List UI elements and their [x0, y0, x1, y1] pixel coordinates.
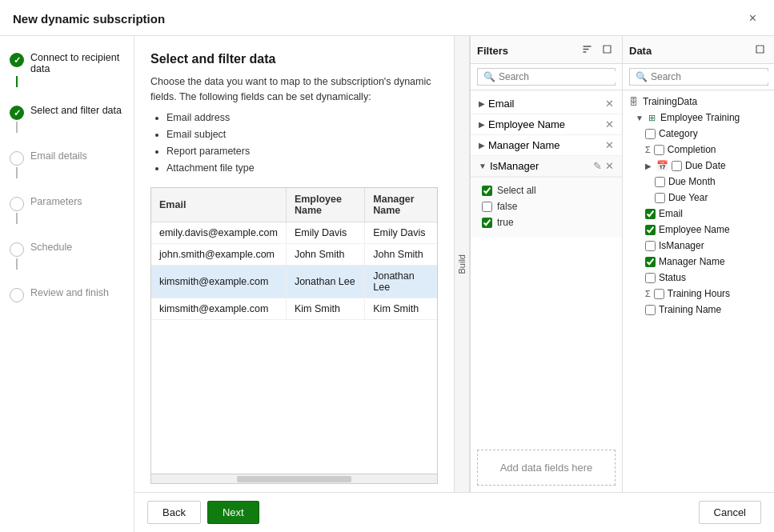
filter-item-mgr[interactable]: ▶ Manager Name ✕: [471, 135, 622, 156]
filter-remove-empname[interactable]: ✕: [605, 118, 614, 130]
wizard-step-select: ✓ Select and filter data: [10, 105, 122, 120]
cell-email-1: emily.davis@example.com: [151, 222, 286, 243]
tree-node-ismanager[interactable]: IsManager: [623, 238, 774, 254]
data-search-box: 🔍: [623, 64, 774, 90]
filter-remove-ismanager[interactable]: ✕: [605, 160, 614, 172]
tree-label-trainingdata: TrainingData: [643, 96, 697, 107]
filters-expand-button[interactable]: [599, 42, 616, 58]
filter-label-ismanager: IsManager: [490, 160, 539, 172]
checkbox-true-input[interactable]: [482, 218, 492, 228]
filter-item-ismanager-header[interactable]: ▼ IsManager ✎ ✕: [471, 156, 622, 177]
table-icon: ⊞: [648, 113, 656, 123]
tree-node-empname[interactable]: Employee Name: [623, 222, 774, 238]
tree-checkbox-empname[interactable]: [645, 225, 656, 235]
back-button[interactable]: Back: [147, 501, 201, 524]
tree-checkbox-status[interactable]: [645, 273, 656, 283]
filter-remove-email[interactable]: ✕: [605, 98, 614, 110]
cell-email-2: john.smith@example.com: [151, 243, 286, 265]
db-icon: 🗄: [629, 97, 638, 106]
table-row[interactable]: emily.davis@example.com Emily Davis Emil…: [151, 222, 437, 243]
chevron-right-icon: ▶: [645, 162, 652, 170]
left-panel: Select and filter data Choose the data y…: [134, 36, 454, 492]
checkbox-true[interactable]: true: [479, 214, 614, 230]
checkbox-select-all-label[interactable]: Select all: [497, 185, 536, 196]
checkbox-select-all[interactable]: Select all: [479, 182, 614, 198]
table-scrollbar[interactable]: [150, 474, 438, 484]
tree-node-emptraining[interactable]: ▼ ⊞ Employee Training: [623, 110, 774, 126]
tree-label-duemonth: Due Month: [668, 176, 716, 187]
filter-item-email[interactable]: ▶ Email ✕: [471, 94, 622, 114]
checkbox-select-all-input[interactable]: [482, 186, 492, 196]
add-data-fields-area[interactable]: Add data fields here: [477, 450, 616, 486]
table-row[interactable]: john.smith@example.com John Smith John S…: [151, 243, 437, 265]
tree-node-email[interactable]: Email: [623, 206, 774, 222]
close-button[interactable]: ×: [744, 10, 761, 27]
tree-node-status[interactable]: Status: [623, 270, 774, 286]
step-label-select: Select and filter data: [30, 105, 122, 116]
footer-left: Back Next: [147, 501, 259, 524]
cell-name-3: Jonathan Lee: [286, 265, 364, 298]
cancel-button[interactable]: Cancel: [699, 501, 761, 524]
tree-node-trainingdata[interactable]: 🗄 TrainingData: [623, 94, 774, 110]
build-label: Build: [457, 254, 467, 274]
tree-node-mgr[interactable]: Manager Name: [623, 254, 774, 270]
step-label-review: Review and finish: [30, 287, 109, 298]
tree-node-completion[interactable]: Σ Completion: [623, 142, 774, 158]
cell-mgr-1: Emily Davis: [365, 222, 437, 243]
filter-label-email: Email: [488, 98, 515, 110]
filter-label-mgr: Manager Name: [488, 139, 560, 151]
cell-mgr-3: Jonathan Lee: [365, 265, 437, 298]
build-toggle[interactable]: Build: [454, 36, 470, 492]
filters-sort-button[interactable]: [579, 42, 596, 58]
tree-node-duemonth[interactable]: Due Month: [623, 174, 774, 190]
checkbox-false-label[interactable]: false: [497, 201, 517, 212]
bullet-subject: Email subject: [166, 126, 438, 143]
filters-search-input[interactable]: [499, 71, 619, 82]
step-indicator-review: [10, 288, 24, 302]
step-indicator-select: ✓: [10, 106, 24, 120]
bullet-params: Report parameters: [166, 143, 438, 160]
right-panels: Filters: [470, 36, 774, 492]
main-content: Select and filter data Choose the data y…: [134, 36, 774, 532]
filter-remove-mgr[interactable]: ✕: [605, 139, 614, 151]
tree-checkbox-email[interactable]: [645, 209, 656, 219]
filter-item-empname[interactable]: ▶ Employee Name ✕: [471, 114, 622, 135]
wizard-step-connect: ✓ Connect to recipient data: [10, 52, 124, 74]
tree-checkbox-ismanager[interactable]: [645, 241, 656, 251]
filters-search-box: 🔍: [471, 64, 622, 90]
tree-node-trainhours[interactable]: Σ Training Hours: [623, 286, 774, 302]
step-indicator-connect: ✓: [10, 53, 24, 67]
table-row-selected[interactable]: kimsmith@example.com Jonathan Lee Jonath…: [151, 265, 437, 298]
data-expand-button[interactable]: [752, 42, 768, 58]
next-button[interactable]: Next: [207, 501, 259, 524]
dialog: New dynamic subscription × ✓ Connect to …: [0, 0, 774, 532]
calendar-icon: 📅: [656, 160, 668, 171]
data-search-input[interactable]: [651, 71, 771, 82]
chevron-down-icon: ▼: [479, 162, 487, 170]
filters-header: Filters: [471, 36, 622, 64]
wizard-step-review: Review and finish: [10, 287, 124, 302]
checkbox-true-label[interactable]: true: [497, 217, 514, 228]
tree-node-trainname[interactable]: Training Name: [623, 302, 774, 318]
filter-edit-ismanager[interactable]: ✎: [593, 160, 602, 172]
tree-checkbox-duemonth[interactable]: [655, 177, 665, 187]
col-mgr: Manager Name: [365, 188, 437, 222]
tree-label-trainhours: Training Hours: [668, 288, 730, 299]
checkbox-false-input[interactable]: [482, 202, 492, 212]
tree-checkbox-category[interactable]: [645, 129, 656, 139]
tree-checkbox-trainname[interactable]: [645, 305, 656, 315]
content-area: Select and filter data Choose the data y…: [134, 36, 774, 492]
tree-checkbox-duedate[interactable]: [672, 161, 682, 171]
checkbox-false[interactable]: false: [479, 198, 614, 214]
tree-checkbox-dueyear[interactable]: [655, 193, 665, 203]
table-row[interactable]: kimsmith@example.com Kim Smith Kim Smith: [151, 298, 437, 319]
tree-label-duedate: Due Date: [685, 160, 726, 171]
tree-node-category[interactable]: Category: [623, 126, 774, 142]
tree-checkbox-mgr[interactable]: [645, 257, 656, 267]
tree-node-dueyear[interactable]: Due Year: [623, 190, 774, 206]
bullet-email: Email address: [166, 110, 438, 126]
chevron-down-icon: ▼: [636, 114, 644, 122]
tree-checkbox-trainhours[interactable]: [654, 289, 664, 299]
tree-checkbox-completion[interactable]: [654, 145, 664, 155]
tree-node-duedate[interactable]: ▶ 📅 Due Date: [623, 158, 774, 174]
